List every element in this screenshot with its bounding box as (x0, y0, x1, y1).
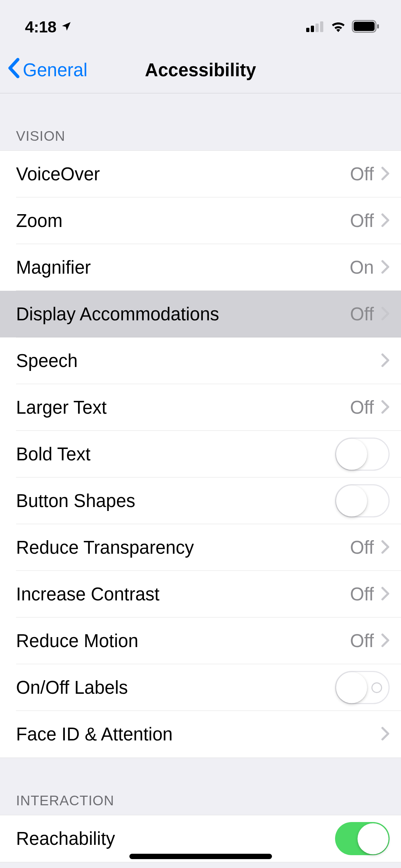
cellular-icon (306, 21, 325, 33)
toggle-switch[interactable] (335, 438, 390, 471)
row-increase-contrast[interactable]: Increase ContrastOff (0, 571, 401, 618)
row-label: Reduce Motion (16, 630, 350, 651)
row-bold-text[interactable]: Bold Text (0, 431, 401, 477)
chevron-right-icon (381, 540, 390, 556)
row-zoom[interactable]: ZoomOff (0, 197, 401, 244)
chevron-right-icon (381, 213, 390, 229)
toggle-switch[interactable] (335, 484, 390, 517)
svg-rect-0 (306, 28, 309, 32)
row-magnifier[interactable]: MagnifierOn (0, 244, 401, 291)
svg-rect-1 (311, 26, 314, 32)
chevron-right-icon (381, 633, 390, 649)
chevron-left-icon (7, 57, 20, 83)
chevron-right-icon (381, 260, 390, 275)
location-icon (61, 21, 72, 33)
row-reduce-motion[interactable]: Reduce MotionOff (0, 618, 401, 664)
row-label: Reduce Transparency (16, 537, 350, 558)
row-value: Off (350, 630, 374, 651)
page-title: Accessibility (145, 60, 256, 81)
svg-rect-2 (315, 24, 319, 32)
row-face-id-attention[interactable]: Face ID & Attention (0, 711, 401, 758)
row-display-accommodations[interactable]: Display AccommodationsOff (0, 291, 401, 337)
row-larger-text[interactable]: Larger TextOff (0, 384, 401, 431)
section-header: VISION (0, 93, 401, 150)
row-label: Magnifier (16, 257, 350, 278)
row-value: Off (350, 210, 374, 231)
status-left: 4:18 (25, 18, 72, 36)
chevron-right-icon (381, 306, 390, 322)
settings-list: VoiceOverOffZoomOffMagnifierOnDisplay Ac… (0, 150, 401, 758)
row-label: Button Shapes (16, 490, 335, 511)
toggle-switch[interactable] (335, 671, 390, 704)
toggle-switch[interactable] (335, 822, 390, 855)
row-label: Display Accommodations (16, 304, 350, 325)
row-value: Off (350, 164, 374, 185)
chevron-right-icon (381, 400, 390, 415)
row-on-off-labels[interactable]: On/Off Labels (0, 664, 401, 711)
section-header: INTERACTION (0, 758, 401, 815)
row-label: Larger Text (16, 397, 350, 418)
row-value: Off (350, 397, 374, 418)
row-voiceover[interactable]: VoiceOverOff (0, 151, 401, 197)
svg-rect-6 (377, 24, 379, 29)
row-label: Bold Text (16, 444, 335, 465)
settings-content: VISIONVoiceOverOffZoomOffMagnifierOnDisp… (0, 93, 401, 862)
chevron-right-icon (381, 587, 390, 602)
back-label: General (23, 60, 87, 81)
row-label: VoiceOver (16, 164, 350, 185)
chevron-right-icon (381, 727, 390, 742)
row-value: Off (350, 537, 374, 558)
home-indicator[interactable] (129, 854, 272, 859)
battery-icon (352, 20, 380, 34)
svg-rect-3 (320, 21, 323, 32)
row-label: Face ID & Attention (16, 724, 381, 745)
chevron-right-icon (381, 353, 390, 369)
status-right (306, 20, 380, 34)
row-label: Speech (16, 350, 381, 371)
nav-bar: General Accessibility (0, 47, 401, 93)
row-value: Off (350, 304, 374, 325)
row-label: Increase Contrast (16, 584, 350, 605)
status-bar: 4:18 (0, 0, 401, 47)
row-label: Reachability (16, 828, 335, 849)
wifi-icon (330, 21, 346, 33)
row-label: On/Off Labels (16, 677, 335, 698)
row-reduce-transparency[interactable]: Reduce TransparencyOff (0, 524, 401, 571)
row-value: On (350, 257, 374, 278)
svg-rect-5 (354, 22, 375, 31)
row-value: Off (350, 584, 374, 605)
chevron-right-icon (381, 166, 390, 182)
back-button[interactable]: General (0, 57, 87, 83)
status-time: 4:18 (25, 18, 56, 36)
row-speech[interactable]: Speech (0, 337, 401, 384)
row-label: Zoom (16, 210, 350, 231)
row-button-shapes[interactable]: Button Shapes (0, 477, 401, 524)
